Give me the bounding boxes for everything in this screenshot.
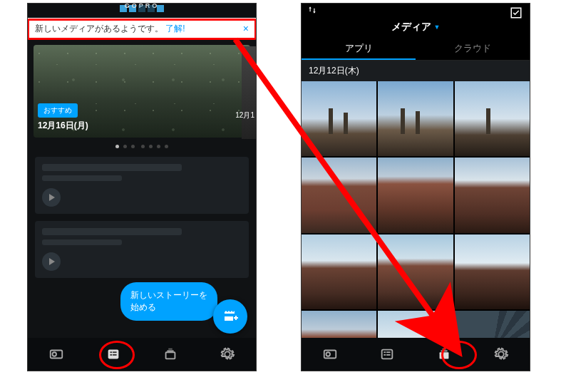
svg-rect-18 [440, 352, 449, 359]
screen-title: メディア [391, 21, 431, 33]
media-thumb[interactable] [378, 158, 453, 232]
svg-rect-8 [167, 351, 173, 352]
gear-icon [491, 346, 511, 362]
list-icon [377, 346, 397, 362]
svg-point-12 [326, 352, 331, 356]
media-thumb[interactable] [455, 81, 530, 156]
bottom-tabbar [302, 338, 530, 371]
phone-media-screen: メディア ▼ アプリ クラウド 12月12日(木) [301, 3, 530, 371]
tab-media[interactable] [434, 346, 454, 362]
featured-date: 12月16日(月) [38, 120, 88, 132]
tab-media[interactable] [160, 346, 180, 362]
tab-app[interactable]: アプリ [302, 38, 416, 60]
new-media-banner[interactable]: 新しいメディアがあるようです。 了解! × [28, 18, 256, 39]
featured-badge: おすすめ [38, 103, 78, 118]
svg-rect-17 [386, 354, 391, 356]
new-story-fab[interactable] [213, 299, 247, 334]
checkbox-icon [510, 6, 523, 19]
camera-icon [46, 346, 66, 362]
dropdown-arrow-icon[interactable]: ▼ [434, 24, 441, 31]
status-bar [302, 4, 530, 16]
play-icon[interactable] [42, 252, 61, 271]
media-thumb[interactable] [455, 158, 530, 232]
svg-rect-5 [110, 354, 112, 356]
select-mode-button[interactable] [510, 6, 523, 21]
clapperboard-plus-icon [222, 308, 239, 325]
banner-close-button[interactable]: × [243, 23, 249, 34]
svg-rect-15 [386, 351, 391, 353]
tab-list[interactable] [103, 346, 123, 362]
banner-message: 新しいメディアがあるようです。 [35, 24, 163, 33]
phone-home-screen: GOPRO 新しいメディアがあるようです。 了解! × おすすめ 12月16日(… [27, 3, 257, 371]
logo-bar: GOPRO [28, 4, 256, 18]
story-card-2[interactable] [35, 221, 249, 278]
svg-rect-16 [384, 354, 386, 356]
media-thumb[interactable] [302, 234, 376, 309]
tab-camera[interactable] [320, 346, 340, 362]
featured-peek [242, 46, 256, 139]
media-stack-icon [434, 346, 454, 362]
title-bar: メディア ▼ [302, 16, 530, 38]
camera-icon [320, 346, 340, 362]
svg-rect-4 [113, 351, 117, 353]
svg-rect-14 [384, 351, 386, 353]
carousel-dots [28, 142, 256, 150]
svg-rect-3 [110, 351, 112, 353]
date-section-header: 12月12日(木) [302, 61, 530, 81]
svg-rect-6 [113, 354, 117, 356]
play-icon[interactable] [42, 188, 61, 207]
sort-icon[interactable] [307, 5, 317, 15]
tab-settings[interactable] [217, 346, 237, 362]
featured-peek-date: 12月1 [235, 110, 254, 120]
gear-icon [217, 346, 237, 362]
bottom-tabbar [28, 338, 256, 371]
list-icon [103, 346, 123, 362]
svg-point-1 [53, 352, 57, 356]
tab-list[interactable] [377, 346, 397, 362]
media-grid [302, 81, 530, 371]
svg-rect-19 [441, 351, 447, 352]
media-thumb[interactable] [378, 81, 453, 156]
story-card-1[interactable] [35, 157, 249, 214]
media-thumb[interactable] [302, 158, 376, 232]
svg-rect-20 [442, 349, 446, 350]
media-thumb[interactable] [378, 234, 453, 309]
media-thumb[interactable] [455, 234, 530, 309]
svg-rect-9 [168, 349, 173, 350]
tab-settings[interactable] [491, 346, 511, 362]
media-thumb[interactable] [302, 81, 376, 156]
media-stack-icon [160, 346, 180, 362]
media-source-tabs: アプリ クラウド [302, 38, 530, 61]
svg-rect-7 [166, 352, 175, 359]
fab-tooltip: 新しいストーリーを 始める [120, 282, 217, 321]
tab-camera[interactable] [46, 346, 66, 362]
featured-card[interactable]: おすすめ 12月16日(月) [34, 45, 250, 138]
tab-cloud[interactable]: クラウド [416, 38, 530, 60]
banner-ok-link[interactable]: 了解! [165, 24, 185, 33]
